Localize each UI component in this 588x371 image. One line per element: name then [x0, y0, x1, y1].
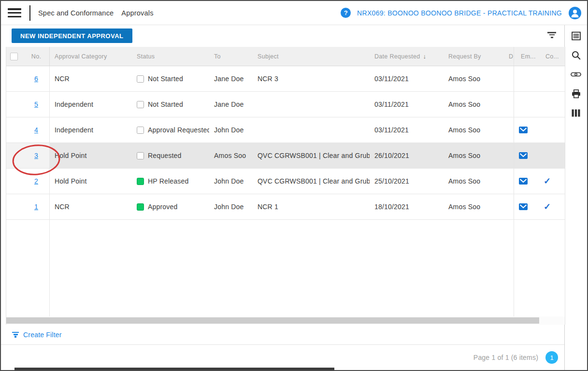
- approval-category-cell: Hold Point: [50, 169, 132, 194]
- search-icon[interactable]: [570, 49, 582, 61]
- table-row[interactable]: 2 Hold Point HP Released John Doe QVC CG…: [6, 169, 565, 194]
- complete-cell: [539, 117, 566, 143]
- complete-cell: ✓: [539, 169, 566, 194]
- table-row[interactable]: 3 Hold Point Requested Amos Soo QVC CGRW…: [6, 143, 565, 169]
- truncated-cell: [508, 66, 514, 91]
- table-row[interactable]: 5 Independent Not Started Jane Doe 03/11…: [6, 92, 565, 117]
- subject-cell: QVC CGRWSB001 | Clear and Grub: [253, 169, 370, 194]
- complete-cell: [539, 143, 566, 168]
- top-bar: Spec and Conformance Approvals ? NRX069:…: [1, 1, 587, 25]
- row-number-link[interactable]: 4: [34, 126, 38, 134]
- email-icon[interactable]: [519, 152, 528, 159]
- row-number-link[interactable]: 2: [34, 177, 38, 185]
- col-header-request-by[interactable]: Request By: [444, 47, 508, 66]
- approval-category-cell: Independent: [50, 117, 132, 143]
- topbar-divider: [29, 5, 30, 21]
- status-label: Not Started: [148, 100, 183, 108]
- background-window-edge: [14, 368, 334, 370]
- approval-category-cell: NCR: [50, 194, 132, 219]
- row-number-link[interactable]: 6: [34, 75, 38, 83]
- create-filter-label: Create Filter: [23, 331, 62, 339]
- print-icon[interactable]: [570, 88, 582, 100]
- email-cell: [514, 66, 539, 91]
- row-select-cell: [6, 66, 23, 91]
- truncated-cell: [508, 143, 514, 168]
- to-cell: John Doe: [209, 117, 253, 143]
- table-row[interactable]: 1 NCR Approved John Doe NCR 1 18/10/2021…: [6, 194, 565, 220]
- complete-check-icon: ✓: [544, 176, 551, 186]
- breadcrumb-page: Approvals: [121, 9, 153, 17]
- status-cell: Not Started: [132, 92, 209, 117]
- subject-cell: QVC CGRWSB001 | Clear and Grub: [253, 143, 370, 168]
- approval-category-cell: Hold Point: [50, 143, 132, 168]
- col-header-date-requested[interactable]: Date Requested ↓: [370, 47, 444, 66]
- subject-cell: NCR 3: [253, 66, 370, 91]
- status-checkbox: [137, 203, 144, 211]
- table-row[interactable]: 4 Independent Approval Requested John Do…: [6, 117, 565, 143]
- page-1-button[interactable]: 1: [545, 351, 558, 364]
- row-number-link[interactable]: 5: [34, 100, 38, 108]
- col-header-email[interactable]: Em...: [514, 47, 539, 66]
- complete-cell: [539, 66, 566, 91]
- col-header-to[interactable]: To: [209, 47, 253, 66]
- email-cell: [514, 194, 539, 219]
- row-select-cell: [6, 194, 23, 219]
- row-number-link[interactable]: 3: [34, 152, 38, 159]
- status-label: HP Released: [148, 177, 188, 185]
- date-requested-cell: 03/11/2021: [370, 117, 444, 143]
- new-independent-approval-button[interactable]: NEW INDEPENDENT APPROVAL: [12, 29, 132, 43]
- truncated-cell: [508, 194, 514, 219]
- request-by-cell: Amos Soo: [444, 194, 508, 219]
- to-cell: John Doe: [209, 194, 253, 219]
- to-cell: Jane Doe: [209, 66, 253, 91]
- email-cell: [514, 143, 539, 168]
- filter-icon[interactable]: [547, 32, 557, 39]
- column-separator: [49, 220, 50, 316]
- status-checkbox: [137, 75, 144, 83]
- date-requested-cell: 25/10/2021: [370, 169, 444, 194]
- col-header-no[interactable]: No.: [23, 47, 50, 66]
- row-number-link[interactable]: 1: [34, 203, 38, 211]
- pagination-bar: Page 1 of 1 (6 items) 1: [1, 345, 564, 370]
- status-cell: Not Started: [132, 66, 209, 91]
- help-icon[interactable]: ?: [341, 8, 351, 18]
- details-panel-icon[interactable]: [570, 30, 582, 42]
- table-row[interactable]: 6 NCR Not Started Jane Doe NCR 3 03/11/2…: [6, 66, 565, 92]
- status-label: Approval Requested: [148, 126, 209, 134]
- select-all-checkbox[interactable]: [10, 53, 18, 60]
- date-requested-cell: 26/10/2021: [370, 143, 444, 168]
- status-checkbox: [137, 152, 144, 159]
- approval-category-cell: Independent: [50, 92, 132, 117]
- email-cell: [514, 169, 539, 194]
- horizontal-scrollbar[interactable]: [6, 316, 565, 325]
- to-cell: Jane Doe: [209, 92, 253, 117]
- col-header-status[interactable]: Status: [132, 47, 209, 66]
- avatar-icon[interactable]: [569, 7, 581, 19]
- email-icon[interactable]: [519, 178, 528, 185]
- columns-icon[interactable]: [570, 107, 582, 119]
- date-requested-cell: 03/11/2021: [370, 66, 444, 91]
- breadcrumb-section: Spec and Conformance: [38, 9, 114, 17]
- row-select-cell: [6, 169, 23, 194]
- status-label: Requested: [148, 152, 182, 159]
- app-window: Spec and Conformance Approvals ? NRX069:…: [0, 0, 588, 371]
- project-name[interactable]: NRX069: BOONOO BOONOO BRIDGE - PRACTICAL…: [357, 9, 562, 17]
- link-icon[interactable]: [570, 69, 582, 80]
- menu-icon[interactable]: [8, 8, 21, 17]
- create-filter-link[interactable]: Create Filter: [12, 331, 62, 339]
- scrollbar-thumb[interactable]: [6, 317, 539, 324]
- col-header-subject[interactable]: Subject: [253, 47, 370, 66]
- status-cell: Approved: [132, 194, 209, 219]
- email-icon[interactable]: [519, 203, 528, 210]
- approval-category-cell: NCR: [50, 66, 132, 91]
- date-requested-cell: 03/11/2021: [370, 92, 444, 117]
- col-header-truncated[interactable]: D: [508, 47, 514, 66]
- table-empty-area: [6, 220, 565, 316]
- col-header-approval-category[interactable]: Approval Category: [50, 47, 132, 66]
- main-content: NEW INDEPENDENT APPROVAL No. Approval Ca…: [1, 25, 564, 370]
- row-select-cell: [6, 92, 23, 117]
- request-by-cell: Amos Soo: [444, 169, 508, 194]
- email-icon[interactable]: [519, 127, 528, 133]
- status-label: Approved: [148, 203, 178, 211]
- col-header-complete[interactable]: Co...: [539, 47, 566, 66]
